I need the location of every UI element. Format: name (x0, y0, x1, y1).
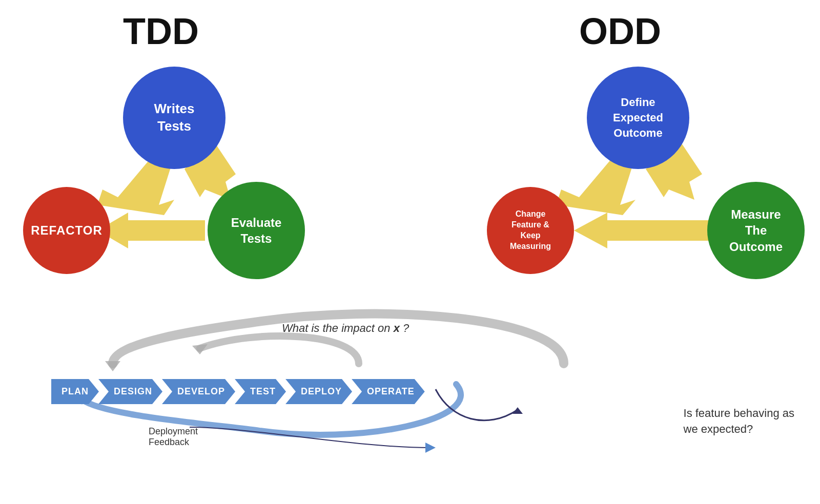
refactor-circle: REFACTOR (23, 187, 110, 274)
evaluate-tests-circle: Evaluate Tests (208, 182, 305, 279)
tdd-title: TDD (123, 10, 199, 52)
define-outcome-circle: Define Expected Outcome (587, 67, 689, 169)
feature-behaving-label: Is feature behaving aswe expected? (684, 406, 794, 437)
impact-text: What is the impact on x ? (282, 322, 409, 335)
define-outcome-label: Define Expected Outcome (613, 95, 663, 140)
pipeline-operate: OPERATE (352, 379, 425, 404)
pipeline-plan: PLAN (51, 379, 99, 404)
pipeline-design: DESIGN (98, 379, 162, 404)
pipeline-container: PLAN DESIGN DEVELOP TEST DEPLOY OPERATE (51, 379, 424, 404)
svg-marker-4 (574, 213, 710, 248)
writes-tests-label: Writes Tests (154, 100, 195, 135)
svg-marker-6 (105, 361, 120, 371)
evaluate-tests-label: Evaluate Tests (231, 215, 282, 246)
svg-marker-7 (192, 344, 208, 354)
measure-outcome-label: Measure The Outcome (729, 206, 783, 255)
pipeline-test: TEST (235, 379, 286, 404)
refactor-label: REFACTOR (31, 223, 102, 238)
measure-outcome-circle: Measure The Outcome (707, 182, 805, 279)
pipeline-develop: DEVELOP (162, 379, 235, 404)
svg-marker-9 (512, 407, 523, 414)
change-feature-circle: Change Feature & Keep Measuring (487, 187, 574, 274)
writes-tests-circle: Writes Tests (123, 67, 225, 169)
pipeline-deploy: DEPLOY (285, 379, 352, 404)
odd-title: ODD (579, 10, 661, 52)
svg-marker-1 (97, 213, 205, 248)
change-feature-label: Change Feature & Keep Measuring (510, 209, 551, 251)
